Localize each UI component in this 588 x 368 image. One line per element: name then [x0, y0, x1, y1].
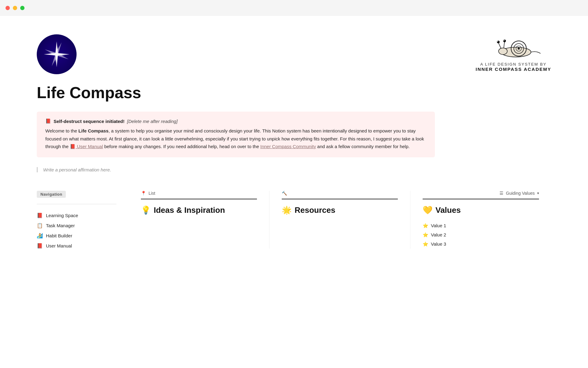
task-manager-icon: 📋 [37, 223, 43, 228]
values-label: Values [435, 205, 461, 215]
nav-divider [37, 204, 116, 204]
alert-body-text3: and ask a fellow community member for he… [316, 144, 410, 149]
resources-tab[interactable]: 🔨 [282, 191, 398, 199]
user-manual-link[interactable]: User Manual [76, 144, 103, 149]
alert-bold: Self-destruct sequence initiated! [54, 119, 125, 124]
resources-header: 🌟 Resources [282, 205, 398, 215]
content-columns: 📍 List 💡 Ideas & Inspiration 🔨 🌟 Resourc… [129, 191, 551, 249]
navigation-column: Navigation 📕 Learning Space 📋 Task Manag… [37, 191, 129, 251]
list-icon: 📍 [141, 191, 146, 196]
ideas-tab[interactable]: 📍 List [141, 191, 257, 199]
alert-body-text2: before making any changes. If you need a… [103, 144, 260, 149]
values-column: ☰ Guiding Values ▾ 💛 Values ⭐ Value 1 ⭐ … [410, 191, 551, 249]
close-button[interactable] [6, 6, 10, 10]
value-2-label: Value 2 [431, 232, 446, 237]
values-list: ⭐ Value 1 ⭐ Value 2 ⭐ Value 3 [423, 221, 539, 249]
ideas-emoji: 💡 [141, 205, 151, 215]
nav-item-label-task-manager: Task Manager [46, 223, 75, 228]
values-emoji: 💛 [423, 205, 432, 215]
value-2-item[interactable]: ⭐ Value 2 [423, 230, 539, 240]
value-3-star: ⭐ [423, 241, 428, 247]
habit-builder-icon: 🏄 [37, 233, 43, 239]
value-2-star: ⭐ [423, 232, 428, 238]
alert-body-emoji: 📕 [70, 144, 76, 149]
resources-label: Resources [295, 205, 335, 215]
logo-text-bottom: INNER COMPASS ACADEMY [476, 67, 551, 72]
nav-item-habit-builder[interactable]: 🏄 Habit Builder [37, 231, 116, 241]
alert-body-intro: Welcome to the [45, 128, 78, 133]
alert-header: 📕 Self-destruct sequence initiated! [Del… [45, 118, 426, 124]
svg-point-4 [518, 48, 520, 50]
ideas-header: 💡 Ideas & Inspiration [141, 205, 257, 215]
nav-item-label-habit-builder: Habit Builder [46, 233, 72, 238]
svg-point-10 [503, 40, 506, 42]
page-content: A LIFE DESIGN SYSTEM BY INNER COMPASS AC… [0, 16, 588, 269]
page-title: Life Compass [37, 83, 551, 102]
learning-space-icon: 📕 [37, 213, 43, 218]
svg-point-5 [499, 48, 507, 54]
snail-illustration [483, 34, 544, 59]
ideas-label: Ideas & Inspiration [154, 205, 225, 215]
values-header: 💛 Values [423, 205, 539, 215]
svg-point-9 [497, 41, 498, 42]
svg-point-11 [504, 40, 505, 41]
community-link[interactable]: Inner Compass Community [260, 144, 316, 149]
list-icon-values: ☰ [499, 191, 503, 196]
fullscreen-button[interactable] [20, 6, 24, 10]
alert-icon: 📕 [45, 118, 51, 124]
star-logo [37, 34, 77, 74]
nav-item-label-learning-space: Learning Space [46, 213, 78, 218]
values-tab-label: Guiding Values [506, 191, 535, 196]
values-tab[interactable]: ☰ Guiding Values ▾ [423, 191, 539, 199]
resources-column: 🔨 🌟 Resources [270, 191, 410, 249]
minimize-button[interactable] [13, 6, 17, 10]
user-manual-icon: 📕 [37, 243, 43, 249]
affirmation-block[interactable]: Write a personal affirmation here. [37, 167, 551, 172]
alert-italic: [Delete me after reading] [127, 119, 178, 124]
svg-line-7 [504, 41, 505, 48]
value-1-item[interactable]: ⭐ Value 1 [423, 221, 539, 230]
hammer-icon: 🔨 [282, 191, 287, 196]
logo-text-top: A LIFE DESIGN SYSTEM BY [476, 62, 551, 67]
alert-body: Welcome to the Life Compass, a system to… [45, 127, 426, 151]
nav-item-task-manager[interactable]: 📋 Task Manager [37, 220, 116, 231]
affirmation-text: Write a personal affirmation here. [43, 167, 111, 172]
titlebar [0, 0, 588, 16]
nav-item-label-user-manual: User Manual [46, 243, 72, 248]
nav-item-learning-space[interactable]: 📕 Learning Space [37, 210, 116, 220]
dropdown-arrow-icon: ▾ [537, 191, 539, 195]
svg-point-8 [497, 40, 500, 43]
logo-area: A LIFE DESIGN SYSTEM BY INNER COMPASS AC… [476, 34, 551, 72]
nav-item-user-manual[interactable]: 📕 User Manual [37, 241, 116, 251]
value-1-label: Value 1 [431, 223, 446, 228]
resources-emoji: 🌟 [282, 205, 292, 215]
navigation-label: Navigation [37, 191, 66, 198]
ideas-tab-label: List [149, 191, 155, 196]
value-1-star: ⭐ [423, 223, 428, 228]
value-3-label: Value 3 [431, 241, 446, 247]
svg-line-6 [499, 43, 501, 49]
ideas-column: 📍 List 💡 Ideas & Inspiration [129, 191, 270, 249]
alert-body-bold: Life Compass [78, 128, 108, 133]
nav-section: Navigation 📕 Learning Space 📋 Task Manag… [37, 191, 551, 251]
alert-box: 📕 Self-destruct sequence initiated! [Del… [37, 112, 435, 157]
value-3-item[interactable]: ⭐ Value 3 [423, 240, 539, 249]
